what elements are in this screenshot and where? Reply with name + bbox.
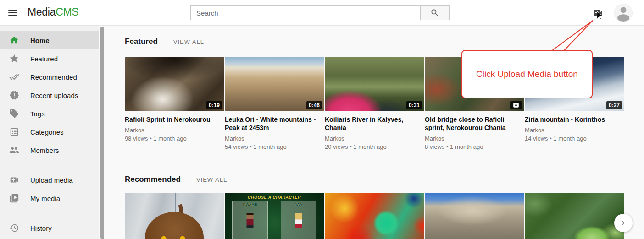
- recommended-cards-row: CHOOSE A CHARACTER KWAME Selected YAA Se…: [125, 193, 624, 239]
- camera-icon: [513, 102, 519, 109]
- media-thumbnail[interactable]: [425, 193, 524, 239]
- video-library-icon: [9, 193, 19, 203]
- media-thumbnail[interactable]: 0:46: [225, 57, 324, 111]
- history-icon: [9, 223, 19, 233]
- thumbnail-overlay-text: KWAME: [233, 202, 267, 206]
- search-icon: [430, 8, 439, 17]
- duration-badge: 0:27: [606, 101, 622, 109]
- media-card: CHOOSE A CHARACTER KWAME Selected YAA Se…: [225, 193, 324, 239]
- sidebar-item-upload-media[interactable]: Upload media: [0, 171, 99, 189]
- media-thumbnail[interactable]: 0:31: [325, 57, 424, 111]
- mediacms-home-page: MediaCMS Home Featured Recommended: [0, 0, 644, 239]
- sidebar-item-label: Tags: [30, 110, 45, 118]
- person-icon: [615, 4, 632, 22]
- new-releases-icon: [9, 90, 19, 100]
- thumbnail-panel: YAA Select: [281, 201, 316, 239]
- sidebar-item-categories[interactable]: Categories: [0, 123, 99, 141]
- featured-section-header: Featured VIEW ALL: [125, 37, 204, 46]
- media-meta: 8 views • 1 month ago: [425, 143, 524, 150]
- sidebar-item-label: Categories: [30, 128, 64, 136]
- thumbnail-overlay-text: YAA: [281, 202, 316, 206]
- star-icon: [9, 54, 19, 64]
- media-thumbnail[interactable]: [325, 193, 424, 239]
- media-meta: 20 views • 1 month ago: [325, 143, 424, 150]
- top-header: MediaCMS: [0, 0, 644, 26]
- media-author[interactable]: Markos: [425, 135, 524, 142]
- logo-prefix: Media: [28, 6, 56, 18]
- section-title: Featured: [125, 37, 158, 46]
- image-type-badge: [510, 101, 522, 109]
- game-character: [247, 213, 254, 228]
- featured-view-all-link[interactable]: VIEW ALL: [173, 38, 204, 45]
- media-card: [525, 193, 624, 239]
- media-title[interactable]: Rafioli Sprint in Nerokourou: [125, 115, 224, 124]
- media-card: [425, 193, 524, 239]
- media-author[interactable]: Markos: [125, 127, 224, 134]
- section-title: Recommended: [125, 175, 181, 184]
- media-title[interactable]: Leuka Ori - White mountains - Peak at 24…: [225, 115, 324, 132]
- media-meta: 54 views • 1 month ago: [225, 143, 324, 150]
- tag-icon: [9, 109, 19, 119]
- thumbnail-panel: KWAME Selected: [232, 201, 268, 239]
- carousel-next-button[interactable]: [614, 214, 633, 232]
- home-icon: [9, 35, 19, 45]
- media-card: [125, 193, 224, 239]
- sidebar-item-label: Featured: [30, 55, 58, 63]
- media-thumbnail[interactable]: [125, 193, 224, 239]
- search-button[interactable]: [420, 5, 450, 20]
- media-author[interactable]: Markos: [225, 135, 324, 142]
- sidebar-item-my-media[interactable]: My media: [0, 189, 99, 207]
- sidebar-item-members[interactable]: Members: [0, 141, 99, 159]
- media-meta: 98 views • 1 month ago: [125, 135, 224, 142]
- media-meta: 14 views • 1 month ago: [525, 135, 624, 142]
- media-card: [325, 193, 424, 239]
- sidebar-item-label: My media: [30, 195, 60, 202]
- media-card: 0:19 Rafioli Sprint in Nerokourou Markos…: [125, 57, 224, 150]
- sidebar-item-label: Upload media: [30, 176, 73, 184]
- sidebar-item-featured[interactable]: Featured: [0, 49, 99, 68]
- search-input[interactable]: [190, 5, 420, 20]
- sidebar-item-tags[interactable]: Tags: [0, 104, 99, 123]
- media-thumbnail[interactable]: 0:19: [125, 57, 224, 111]
- mediacms-logo[interactable]: MediaCMS: [28, 6, 78, 18]
- sidebar-item-recent-uploads[interactable]: Recent uploads: [0, 86, 99, 104]
- game-character: [295, 213, 302, 228]
- media-thumbnail[interactable]: CHOOSE A CHARACTER KWAME Selected YAA Se…: [225, 193, 324, 239]
- media-card: 0:46 Leuka Ori - White mountains - Peak …: [225, 57, 324, 150]
- sidebar-item-label: Home: [30, 37, 50, 44]
- sidebar-divider: [0, 213, 99, 213]
- chevron-right-icon: [618, 218, 628, 228]
- done-all-icon: [9, 72, 19, 82]
- video-call-icon: [9, 175, 19, 185]
- upload-media-icon[interactable]: [592, 7, 604, 18]
- duration-badge: 0:31: [406, 101, 422, 109]
- sidebar-item-label: History: [30, 224, 52, 232]
- media-author[interactable]: Markos: [525, 127, 624, 134]
- recommended-view-all-link[interactable]: VIEW ALL: [196, 176, 227, 183]
- annotation-text: Click Upload Media button: [476, 69, 578, 79]
- media-title[interactable]: Ziria mountain - Korinthos: [525, 115, 624, 124]
- media-author[interactable]: Markos: [325, 135, 424, 142]
- sidebar: Home Featured Recommended Recent uploads…: [0, 26, 99, 239]
- menu-icon[interactable]: [6, 7, 19, 19]
- media-title[interactable]: Old bridge close to Rafioli sprint, Nero…: [425, 115, 524, 132]
- sidebar-item-home[interactable]: Home: [0, 31, 99, 49]
- sidebar-item-label: Recent uploads: [30, 92, 78, 99]
- media-title[interactable]: Koiliaris River in Kalyves, Chania: [325, 115, 424, 132]
- thumbnail-overlay-text: CHOOSE A CHARACTER: [225, 195, 324, 200]
- sidebar-scrollbar[interactable]: [100, 27, 104, 239]
- sidebar-item-recommended[interactable]: Recommended: [0, 68, 99, 86]
- people-icon: [9, 145, 19, 155]
- search-bar: [190, 5, 450, 20]
- sidebar-item-history[interactable]: History: [0, 219, 99, 237]
- media-thumbnail[interactable]: [525, 193, 624, 239]
- annotation-callout: Click Upload Media button: [461, 50, 593, 98]
- duration-badge: 0:46: [306, 101, 322, 109]
- list-alt-icon: [9, 127, 19, 137]
- logo-suffix: CMS: [56, 6, 78, 18]
- sidebar-divider: [0, 165, 99, 165]
- user-avatar[interactable]: [615, 4, 632, 22]
- media-card: 0:31 Koiliaris River in Kalyves, Chania …: [325, 57, 424, 150]
- duration-badge: 0:19: [206, 101, 222, 109]
- sidebar-item-label: Recommended: [30, 73, 77, 81]
